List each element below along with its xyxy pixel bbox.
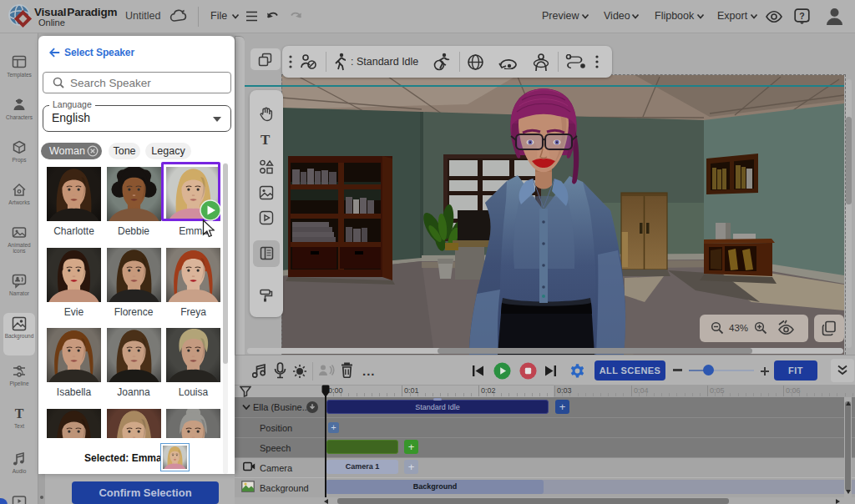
svg-text:?: ? — [799, 11, 804, 21]
